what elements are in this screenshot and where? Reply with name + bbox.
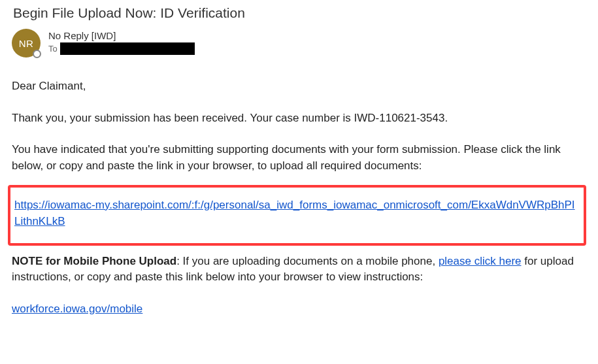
workforce-mobile-link[interactable]: workforce.iowa.gov/mobile bbox=[12, 303, 142, 315]
note-text-before: : If you are uploading documents on a mo… bbox=[176, 255, 439, 267]
email-subject: Begin File Upload Now: ID Verification bbox=[12, 5, 586, 21]
to-row: To bbox=[48, 42, 195, 55]
submission-instruction: You have indicated that you're submittin… bbox=[12, 142, 586, 174]
avatar-initials: NR bbox=[19, 38, 34, 49]
to-label: To bbox=[48, 44, 58, 54]
email-body: Dear Claimant, Thank you, your submissio… bbox=[12, 78, 586, 317]
avatar-wrap: NR bbox=[12, 29, 41, 58]
sender-name: No Reply [IWD] bbox=[48, 30, 195, 41]
presence-indicator-icon bbox=[33, 50, 41, 58]
upload-link-callout: https://iowamac-my.sharepoint.com/:f:/g/… bbox=[8, 185, 586, 246]
email-header: NR No Reply [IWD] To bbox=[12, 29, 586, 58]
recipient-redacted bbox=[60, 42, 195, 55]
mobile-note-paragraph: NOTE for Mobile Phone Upload: If you are… bbox=[12, 254, 586, 286]
greeting: Dear Claimant, bbox=[12, 78, 586, 95]
mobile-link-paragraph: workforce.iowa.gov/mobile bbox=[12, 301, 586, 318]
mobile-instructions-link[interactable]: please click here bbox=[439, 255, 522, 267]
sender-block: No Reply [IWD] To bbox=[48, 29, 195, 55]
note-bold-label: NOTE for Mobile Phone Upload bbox=[12, 255, 176, 267]
sharepoint-upload-link[interactable]: https://iowamac-my.sharepoint.com/:f:/g/… bbox=[14, 199, 575, 228]
thank-you-paragraph: Thank you, your submission has been rece… bbox=[12, 110, 586, 127]
